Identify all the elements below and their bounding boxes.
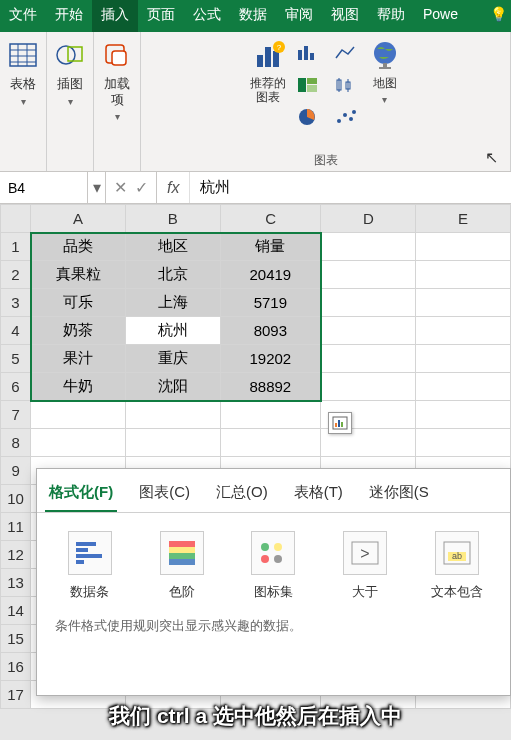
format-greater-button[interactable]: > 大于: [332, 531, 398, 601]
col-header-B[interactable]: B: [125, 205, 220, 233]
tab-insert[interactable]: 插入: [92, 0, 138, 32]
cell[interactable]: [416, 289, 511, 317]
tab-power[interactable]: Powe: [414, 0, 467, 32]
insert-illustration-button[interactable]: 插图 ▾: [53, 38, 87, 107]
row-header[interactable]: 10: [1, 485, 31, 513]
col-header-E[interactable]: E: [416, 205, 511, 233]
row-header[interactable]: 9: [1, 457, 31, 485]
cancel-formula-icon[interactable]: ✕: [114, 178, 127, 197]
panel-tab-tables[interactable]: 表格(T): [290, 479, 347, 512]
panel-tab-charts[interactable]: 图表(C): [135, 479, 194, 512]
tab-view[interactable]: 视图: [322, 0, 368, 32]
cell[interactable]: [321, 289, 416, 317]
cell[interactable]: [416, 373, 511, 401]
cell[interactable]: 20419: [220, 261, 321, 289]
tab-formula[interactable]: 公式: [184, 0, 230, 32]
svg-point-29: [352, 110, 356, 114]
cell[interactable]: 8093: [220, 317, 321, 345]
recommended-charts-button[interactable]: ? 推荐的 图表: [250, 38, 286, 105]
cell[interactable]: [321, 317, 416, 345]
svg-rect-37: [76, 542, 96, 546]
row-header[interactable]: 14: [1, 597, 31, 625]
cell[interactable]: [416, 317, 511, 345]
tell-me-icon[interactable]: 💡: [486, 0, 511, 32]
insert-table-button[interactable]: 表格 ▾: [6, 38, 40, 107]
tab-home[interactable]: 开始: [46, 0, 92, 32]
name-box-dropdown[interactable]: ▾: [88, 172, 106, 203]
fx-button[interactable]: fx: [157, 172, 189, 203]
row-header[interactable]: 13: [1, 569, 31, 597]
cell[interactable]: 5719: [220, 289, 321, 317]
cell[interactable]: 19202: [220, 345, 321, 373]
name-box[interactable]: B4: [0, 172, 88, 203]
cell[interactable]: 重庆: [125, 345, 220, 373]
format-databars-button[interactable]: 数据条: [57, 531, 123, 601]
quick-analysis-button[interactable]: [328, 412, 352, 434]
row-header[interactable]: 2: [1, 261, 31, 289]
row-header[interactable]: 8: [1, 429, 31, 457]
chart-stat-button[interactable]: [332, 74, 360, 96]
row-header[interactable]: 1: [1, 233, 31, 261]
cell[interactable]: 奶茶: [31, 317, 126, 345]
svg-rect-44: [169, 559, 195, 565]
cell[interactable]: [321, 233, 416, 261]
chart-pie-button[interactable]: [294, 106, 322, 128]
insert-map-button[interactable]: 地图 ▾: [368, 38, 402, 105]
format-textcontains-button[interactable]: ab 文本包含: [424, 531, 490, 601]
row-header[interactable]: 6: [1, 373, 31, 401]
tab-layout[interactable]: 页面: [138, 0, 184, 32]
cell[interactable]: 真果粒: [31, 261, 126, 289]
svg-rect-11: [265, 47, 271, 67]
cell[interactable]: 销量: [220, 233, 321, 261]
tab-help[interactable]: 帮助: [368, 0, 414, 32]
row-header[interactable]: 5: [1, 345, 31, 373]
enter-formula-icon[interactable]: ✓: [135, 178, 148, 197]
select-all-button[interactable]: [1, 205, 31, 233]
cell[interactable]: 88892: [220, 373, 321, 401]
panel-tab-format[interactable]: 格式化(F): [45, 479, 117, 512]
cell[interactable]: 品类: [31, 233, 126, 261]
panel-tab-totals[interactable]: 汇总(O): [212, 479, 272, 512]
format-iconset-button[interactable]: 图标集: [241, 531, 307, 601]
row-header[interactable]: 11: [1, 513, 31, 541]
row-header[interactable]: 15: [1, 625, 31, 653]
text-contains-icon: ab: [435, 531, 479, 575]
tab-data[interactable]: 数据: [230, 0, 276, 32]
cell[interactable]: 地区: [125, 233, 220, 261]
cell[interactable]: 北京: [125, 261, 220, 289]
greater-than-icon: >: [343, 531, 387, 575]
row-header[interactable]: 7: [1, 401, 31, 429]
col-header-D[interactable]: D: [321, 205, 416, 233]
cell[interactable]: 果汁: [31, 345, 126, 373]
col-header-A[interactable]: A: [31, 205, 126, 233]
cell[interactable]: [416, 261, 511, 289]
formula-input[interactable]: 杭州: [189, 172, 511, 203]
chart-column-button[interactable]: [294, 42, 322, 64]
row-header[interactable]: 16: [1, 653, 31, 681]
chart-line-button[interactable]: [332, 42, 360, 64]
row-header[interactable]: 4: [1, 317, 31, 345]
globe-icon: [368, 38, 402, 72]
cell[interactable]: 上海: [125, 289, 220, 317]
format-colorscale-button[interactable]: 色阶: [149, 531, 215, 601]
cell[interactable]: [321, 345, 416, 373]
cell[interactable]: [321, 373, 416, 401]
cell-active[interactable]: 杭州: [125, 317, 220, 345]
tab-review[interactable]: 审阅: [276, 0, 322, 32]
cell[interactable]: [321, 261, 416, 289]
row-header[interactable]: 12: [1, 541, 31, 569]
chart-hierarchy-button[interactable]: [294, 74, 322, 96]
svg-rect-0: [10, 44, 36, 66]
insert-addins-button[interactable]: 加载 项 ▾: [100, 38, 134, 122]
cell[interactable]: [416, 233, 511, 261]
cell[interactable]: 牛奶: [31, 373, 126, 401]
row-header[interactable]: 3: [1, 289, 31, 317]
cell[interactable]: 沈阳: [125, 373, 220, 401]
tab-file[interactable]: 文件: [0, 0, 46, 32]
col-header-C[interactable]: C: [220, 205, 321, 233]
svg-rect-36: [341, 422, 343, 427]
chart-scatter-button[interactable]: [332, 106, 360, 128]
cell[interactable]: 可乐: [31, 289, 126, 317]
panel-tab-sparklines[interactable]: 迷你图(S: [365, 479, 433, 512]
cell[interactable]: [416, 345, 511, 373]
